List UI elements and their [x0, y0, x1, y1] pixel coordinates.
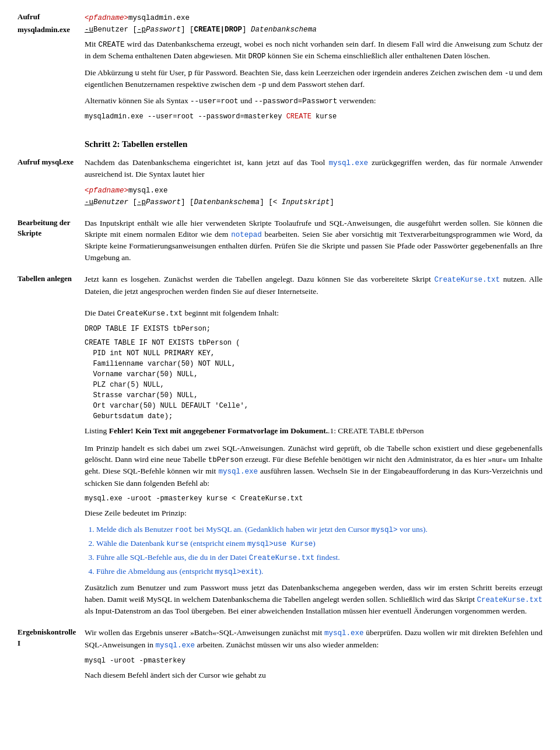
- list-item-1: Melde dich als Benutzer root bei MySQL a…: [96, 524, 542, 535]
- bearbeitung-label: Bearbeitung derSkripte: [18, 218, 85, 239]
- inputskript-description: Das Inputskript enthält wie alle hier ve…: [85, 218, 542, 264]
- listing-bold: Fehler! Kein Text mit angegebener Format…: [109, 426, 328, 435]
- tabellen-intro: Jetzt kann es losgehen. Zunächst werden …: [85, 274, 542, 297]
- aufruf-label: Aufruf: [18, 12, 85, 22]
- schritt2-heading: Schritt 2: Tabellen erstellen: [85, 138, 542, 151]
- header-cmd: -uBenutzer [-pPasswort] [CREATE|DROP] Da…: [85, 23, 542, 35]
- create-drop-description: Mit CREATE wird das Datenbankschema erze…: [85, 38, 542, 62]
- mysql-anmelden-cmd: mysql -uroot -pmasterkey: [85, 656, 542, 666]
- aufruf-mysql-label: Aufruf mysql.exe: [18, 157, 85, 167]
- mysql-kurse-cmd: mysql.exe -uroot -pmasterkey kurse < Cre…: [85, 493, 542, 504]
- drop-table-code: DROP TABLE IF EXISTS tbPerson;: [85, 324, 542, 334]
- nach-befehl-text: Nach diesem Befehl ändert sich der Curso…: [85, 670, 542, 681]
- datei-intro: Die Datei CreateKurse.txt beginnt mit fo…: [85, 307, 542, 319]
- mysqladmin-label: mysqladmin.exe: [18, 24, 85, 35]
- prinzip-description: Im Prinzip handelt es sich dabei um zwei…: [85, 443, 542, 489]
- list-item-2: Wähle die Datenbank kurse (entspricht ei…: [96, 538, 542, 549]
- alt-cmd-code: mysqladmin.exe --user=root --password=ma…: [85, 111, 542, 122]
- pfadname-red: <pfadname>: [85, 14, 128, 22]
- diese-zeile-label: Diese Zeile bedeutet im Prinzip:: [85, 507, 542, 519]
- abbreviation-description: Die Abkürzung u steht für User, p für Pa…: [85, 67, 542, 90]
- schritt2-intro: Nachdem das Datenbankschema eingerichtet…: [85, 157, 542, 180]
- zusaetzlich-description: Zusätzlich zum Benutzer und zum Passwort…: [85, 582, 542, 616]
- ergebniskontrolle-label: ErgebniskontrolleI: [18, 627, 85, 648]
- mysql-cmd: -uBenutzer [-pPasswort] [Datenbankschema…: [85, 196, 542, 208]
- create-table-code: CREATE TABLE IF NOT EXISTS tbPerson ( PI…: [85, 338, 542, 422]
- listing-caption: Listing Fehler! Kein Text mit angegebene…: [85, 425, 542, 437]
- tabellen-anlegen-label: Tabellen anlegen: [18, 274, 85, 284]
- ergebnis-description: Wir wollen das Ergebnis unserer »Batch«-…: [85, 627, 542, 650]
- steps-list: Melde dich als Benutzer root bei MySQL a…: [96, 524, 542, 578]
- list-item-3: Führe alle SQL-Befehle aus, die du in de…: [96, 552, 542, 563]
- alternativ-text: Alternativ können Sie als Syntax --user=…: [85, 95, 542, 107]
- list-item-4: Führe die Abmeldung aus (entspricht mysq…: [96, 566, 542, 577]
- mysqladmin-exe: mysqladmin.exe: [128, 14, 190, 22]
- pfadname-mysql-header: <pfadname>mysql.exe: [85, 184, 542, 196]
- header-code: <pfadname>mysqladmin.exe: [85, 12, 542, 23]
